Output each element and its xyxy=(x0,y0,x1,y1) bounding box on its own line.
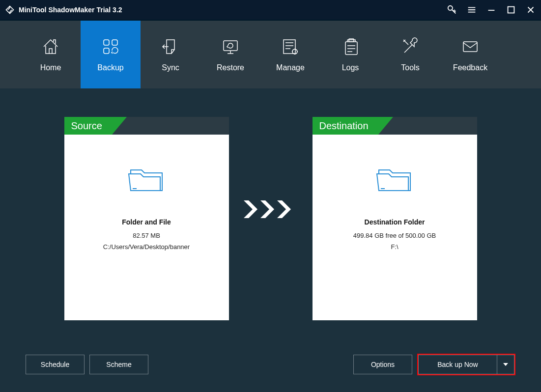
minimize-icon[interactable] xyxy=(486,4,497,15)
nav-logs-label: Logs xyxy=(342,63,359,72)
feedback-icon xyxy=(460,37,480,56)
titlebar-left: MiniTool ShadowMaker Trial 3.2 xyxy=(5,5,122,15)
content-area: Source Folder and File 82.57 MB C:/Users… xyxy=(0,88,541,343)
svg-rect-8 xyxy=(345,42,357,55)
destination-free: 499.84 GB free of 500.00 GB xyxy=(353,232,436,239)
destination-panel-body[interactable]: Destination Folder 499.84 GB free of 500… xyxy=(313,135,477,254)
nav-home-label: Home xyxy=(40,63,61,72)
maximize-icon[interactable] xyxy=(506,4,516,15)
nav-sync-label: Sync xyxy=(162,63,179,72)
svg-rect-2 xyxy=(104,40,109,45)
source-title: Folder and File xyxy=(122,218,171,226)
svg-rect-6 xyxy=(284,40,295,54)
options-button[interactable]: Options xyxy=(353,355,412,374)
menu-icon[interactable] xyxy=(466,4,477,15)
scheme-button[interactable]: Scheme xyxy=(89,355,148,374)
arrow-icon xyxy=(244,200,298,218)
source-panel: Source Folder and File 82.57 MB C:/Users… xyxy=(64,117,229,320)
source-path: C:/Users/Vera/Desktop/banner xyxy=(103,243,190,251)
svg-rect-9 xyxy=(349,39,354,42)
app-logo-icon xyxy=(5,5,15,15)
titlebar: MiniTool ShadowMaker Trial 3.2 xyxy=(0,0,541,21)
source-panel-body[interactable]: Folder and File 82.57 MB C:/Users/Vera/D… xyxy=(64,135,229,254)
tools-icon xyxy=(400,37,420,56)
destination-panel: Destination Destination Folder 499.84 GB… xyxy=(313,117,477,320)
nav-backup[interactable]: Backup xyxy=(81,21,141,88)
nav-restore[interactable]: Restore xyxy=(200,21,260,88)
svg-point-0 xyxy=(448,6,453,10)
schedule-button[interactable]: Schedule xyxy=(26,355,85,374)
nav-tools[interactable]: Tools xyxy=(380,21,440,88)
svg-rect-4 xyxy=(104,48,109,54)
source-tab: Source xyxy=(64,117,112,135)
folder-icon xyxy=(376,163,413,194)
backup-now-button[interactable]: Back up Now xyxy=(418,355,497,374)
destination-tab: Destination xyxy=(313,117,378,135)
svg-rect-1 xyxy=(508,7,514,13)
navbar: Home Backup Sync Restore Manage xyxy=(0,21,541,88)
source-panel-header: Source xyxy=(64,117,229,135)
close-icon[interactable] xyxy=(525,4,536,15)
sync-icon xyxy=(161,37,180,56)
svg-rect-10 xyxy=(463,42,477,52)
nav-feedback-label: Feedback xyxy=(453,63,487,72)
svg-rect-5 xyxy=(224,41,237,51)
restore-icon xyxy=(221,37,240,56)
app-window: MiniTool ShadowMaker Trial 3.2 xyxy=(0,0,541,392)
nav-restore-label: Restore xyxy=(217,63,244,72)
titlebar-right xyxy=(447,4,536,15)
key-icon[interactable] xyxy=(447,4,457,15)
manage-icon xyxy=(281,37,300,56)
folder-icon xyxy=(128,163,165,194)
nav-manage-label: Manage xyxy=(276,63,305,72)
bottombar: Schedule Scheme Options Back up Now xyxy=(0,343,541,392)
destination-path: F:\ xyxy=(391,243,398,251)
nav-manage[interactable]: Manage xyxy=(260,21,320,88)
nav-feedback[interactable]: Feedback xyxy=(440,21,500,88)
nav-backup-label: Backup xyxy=(97,63,123,72)
nav-sync[interactable]: Sync xyxy=(141,21,200,88)
backup-now-dropdown[interactable] xyxy=(497,355,514,374)
source-size: 82.57 MB xyxy=(133,232,160,239)
svg-rect-3 xyxy=(112,40,117,45)
destination-title: Destination Folder xyxy=(365,218,425,226)
logs-icon xyxy=(341,37,360,56)
home-icon xyxy=(41,37,60,56)
nav-home[interactable]: Home xyxy=(21,21,81,88)
app-title: MiniTool ShadowMaker Trial 3.2 xyxy=(19,6,122,14)
backup-icon xyxy=(101,37,120,56)
nav-tools-label: Tools xyxy=(401,63,419,72)
nav-logs[interactable]: Logs xyxy=(320,21,380,88)
destination-panel-header: Destination xyxy=(313,117,477,135)
backup-now-group: Back up Now xyxy=(417,354,515,375)
